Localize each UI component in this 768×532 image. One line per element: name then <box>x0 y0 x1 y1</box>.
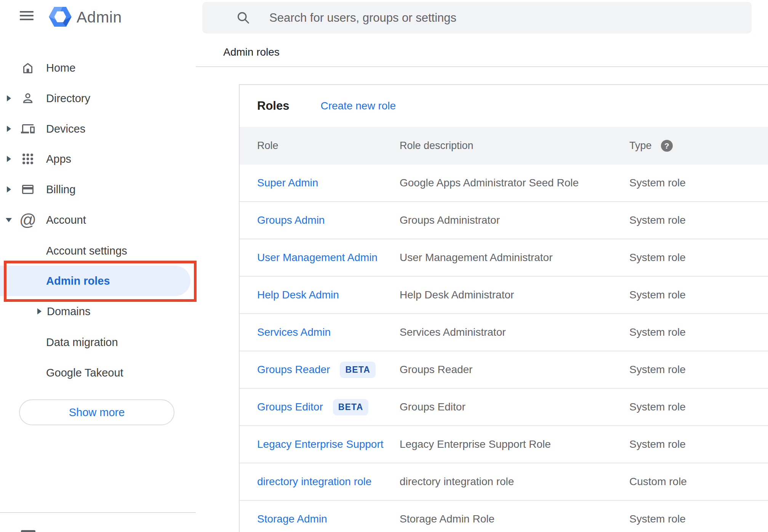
chevron-right-icon[interactable] <box>7 126 11 132</box>
role-link[interactable]: Legacy Enterprise Support <box>257 438 384 450</box>
role-link[interactable]: Storage Admin <box>257 513 327 525</box>
role-type: System role <box>629 289 768 301</box>
admin-logo-icon <box>48 6 72 28</box>
column-header-description: Role description <box>400 140 629 152</box>
sidebar-item-admin-roles[interactable]: Admin roles <box>0 266 190 296</box>
devices-icon <box>21 122 35 136</box>
sidebar-item-label: Domains <box>47 296 90 327</box>
roles-card-header: Roles Create new role <box>240 85 768 127</box>
role-description: Storage Admin Role <box>400 513 629 525</box>
role-description: Groups Administrator <box>400 214 629 226</box>
roles-title: Roles <box>257 99 289 113</box>
role-type: System role <box>629 177 768 189</box>
sidebar-item-directory[interactable]: Directory <box>0 83 196 114</box>
role-description: Google Apps Administrator Seed Role <box>400 177 629 189</box>
help-icon[interactable]: ? <box>661 140 673 152</box>
role-link[interactable]: Groups Admin <box>257 214 325 226</box>
at-sign-icon: @ <box>21 213 35 227</box>
chevron-right-icon[interactable] <box>7 95 11 101</box>
role-description: directory integration role <box>400 476 629 488</box>
create-new-role-link[interactable]: Create new role <box>320 100 396 112</box>
role-type: Custom role <box>629 476 768 488</box>
table-row: User Management Admin User Management Ad… <box>240 239 768 277</box>
role-link[interactable]: Groups Editor <box>257 401 323 413</box>
app-title: Admin <box>77 8 122 26</box>
sidebar-item-data-migration[interactable]: Data migration <box>0 327 196 357</box>
home-icon <box>21 61 35 75</box>
sidebar-item-label: Apps <box>46 144 71 174</box>
role-description: Groups Reader <box>400 364 629 376</box>
role-description: Groups Editor <box>400 401 629 413</box>
role-link[interactable]: User Management Admin <box>257 252 378 264</box>
role-link[interactable]: directory integration role <box>257 476 371 488</box>
table-row: Help Desk Admin Help Desk Administrator … <box>240 277 768 314</box>
chevron-down-icon[interactable] <box>6 218 12 222</box>
sidebar-item-label: Account settings <box>46 236 127 266</box>
sidebar-item-apps[interactable]: Apps <box>0 144 196 174</box>
chevron-right-icon[interactable] <box>37 308 42 314</box>
role-description: Services Administrator <box>400 326 629 338</box>
sidebar-item-label: Directory <box>46 83 90 114</box>
content-divider <box>196 66 768 67</box>
hamburger-menu-icon[interactable] <box>20 11 34 21</box>
column-header-role: Role <box>257 140 400 152</box>
beta-badge: BETA <box>333 399 369 415</box>
show-more-button[interactable]: Show more <box>19 399 174 425</box>
role-description: Help Desk Administrator <box>400 289 629 301</box>
person-icon <box>21 91 35 105</box>
admin-console-screen: Admin Home Directory <box>0 0 768 532</box>
sidebar-item-domains[interactable]: Domains <box>0 296 196 327</box>
sidebar-item-label: Billing <box>46 174 75 205</box>
search-icon <box>236 10 250 25</box>
role-link[interactable]: Super Admin <box>257 177 318 189</box>
sidebar-item-account[interactable]: @ Account <box>0 205 196 235</box>
credit-card-icon <box>21 183 35 196</box>
search-bar[interactable] <box>202 2 752 34</box>
sidebar: Admin Home Directory <box>0 0 196 532</box>
sidebar-item-label: Account <box>46 205 86 235</box>
sidebar-item-label: Home <box>46 53 75 83</box>
table-header-row: Role Role description Type ? <box>240 127 768 165</box>
chevron-right-icon[interactable] <box>7 186 11 192</box>
sidebar-item-billing[interactable]: Billing <box>0 174 196 205</box>
role-description: Legacy Enterprise Support Role <box>400 438 629 450</box>
table-row: Legacy Enterprise Support Legacy Enterpr… <box>240 426 768 463</box>
role-type: System role <box>629 214 768 226</box>
sidebar-item-label: Admin roles <box>46 266 110 296</box>
breadcrumb: Admin roles <box>223 46 280 58</box>
table-row: Groups Admin Groups Administrator System… <box>240 202 768 239</box>
sidebar-item-label: Devices <box>46 114 85 144</box>
role-type: System role <box>629 438 768 450</box>
table-row: Groups Editor BETA Groups Editor System … <box>240 389 768 426</box>
table-row: Super Admin Google Apps Administrator Se… <box>240 165 768 202</box>
role-type: System role <box>629 401 768 413</box>
table-row: directory integration role directory int… <box>240 463 768 501</box>
role-description: User Management Administrator <box>400 252 629 264</box>
table-row: Groups Reader BETA Groups Reader System … <box>240 351 768 389</box>
role-link[interactable]: Help Desk Admin <box>257 289 339 301</box>
sidebar-item-label: Data migration <box>46 327 118 357</box>
apps-grid-icon <box>21 152 35 166</box>
sidebar-bottom-divider <box>0 512 196 513</box>
column-header-type: Type ? <box>629 140 768 152</box>
role-link[interactable]: Groups Reader <box>257 364 330 376</box>
table-row: Services Admin Services Administrator Sy… <box>240 314 768 351</box>
sidebar-item-google-takeout[interactable]: Google Takeout <box>0 357 196 388</box>
show-more-label: Show more <box>69 406 125 419</box>
sidebar-item-label: Google Takeout <box>46 357 123 388</box>
role-link[interactable]: Services Admin <box>257 326 331 338</box>
role-type: System role <box>629 252 768 264</box>
sidebar-item-devices[interactable]: Devices <box>0 114 196 144</box>
beta-badge: BETA <box>340 362 376 378</box>
role-type: System role <box>629 326 768 338</box>
role-type: System role <box>629 364 768 376</box>
table-row: Storage Admin Storage Admin Role System … <box>240 501 768 532</box>
role-type: System role <box>629 513 768 525</box>
chevron-right-icon[interactable] <box>7 156 11 162</box>
sidebar-item-account-settings[interactable]: Account settings <box>0 236 196 266</box>
clipped-bottom-icon <box>21 530 35 532</box>
sidebar-item-home[interactable]: Home <box>0 53 196 83</box>
search-input[interactable] <box>269 2 726 34</box>
roles-card: Roles Create new role Role Role descript… <box>239 84 768 532</box>
